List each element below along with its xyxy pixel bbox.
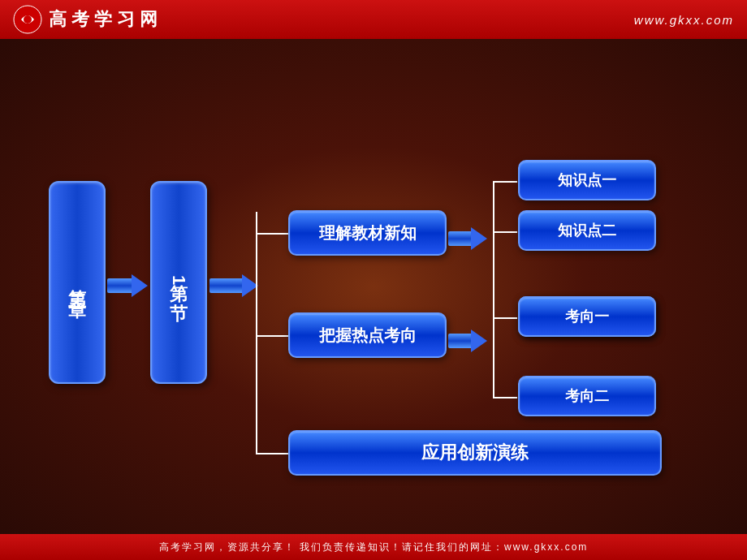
header: 高考学习网 www.gkxx.com	[0, 0, 747, 39]
logo-icon	[13, 5, 42, 34]
chapter-label: 第三章	[65, 275, 89, 290]
header-left: 高考学习网	[13, 5, 162, 34]
box-grasp[interactable]: 把握热点考向	[288, 312, 447, 358]
chapter-box[interactable]: 第三章	[49, 181, 106, 384]
arrow-section-to-boxes	[209, 274, 258, 297]
box-apply[interactable]: 应用创新演练	[288, 430, 662, 476]
svg-point-1	[24, 15, 32, 24]
box-understand[interactable]: 理解教材新知	[288, 210, 447, 256]
connector-direction-v	[493, 317, 494, 398]
knowledge-1[interactable]: 知识点一	[518, 160, 656, 200]
direction-1[interactable]: 考向一	[518, 296, 656, 337]
arrow-box2-to-directions	[448, 330, 487, 352]
site-title: 高考学习网	[49, 7, 162, 32]
arrow-chapter-to-section	[107, 274, 148, 297]
connector-to-box1	[256, 233, 288, 235]
connector-to-k2	[493, 231, 517, 233]
section-box[interactable]: 第1节	[150, 181, 207, 384]
main-content: 第三章 第1节 理解教材新知	[0, 39, 747, 534]
direction-2[interactable]: 考向二	[518, 376, 656, 416]
footer-text: 高考学习网，资源共分享！ 我们负责传递知识！请记住我们的网址：www.gkxx.…	[159, 541, 589, 554]
arrow-box1-to-knowledge	[448, 227, 487, 250]
connector-to-box3	[256, 453, 288, 454]
connector-to-d2	[493, 397, 517, 398]
connector-knowledge-v	[493, 181, 494, 319]
connector-to-k1	[493, 181, 517, 183]
knowledge-2[interactable]: 知识点二	[518, 210, 656, 251]
section-label: 第1节	[166, 270, 191, 295]
diagram: 第三章 第1节 理解教材新知	[41, 75, 706, 498]
site-url: www.gkxx.com	[634, 13, 734, 27]
connector-vertical	[256, 212, 257, 454]
connector-to-box2	[256, 335, 288, 337]
connector-to-d1	[493, 317, 517, 319]
footer: 高考学习网，资源共分享！ 我们负责传递知识！请记住我们的网址：www.gkxx.…	[0, 534, 747, 560]
